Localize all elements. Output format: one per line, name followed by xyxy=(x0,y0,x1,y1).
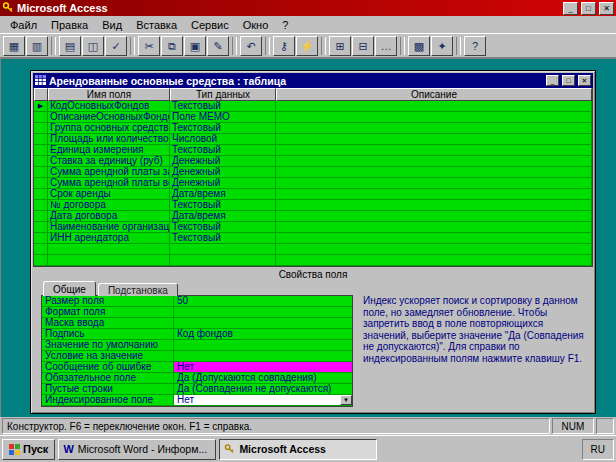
field-description-cell[interactable] xyxy=(276,101,592,112)
new-object-button[interactable]: ✦ xyxy=(431,36,453,56)
field-name-cell[interactable]: Группа основных средств xyxy=(48,123,170,134)
language-indicator[interactable]: RU xyxy=(591,444,605,455)
menu-item[interactable]: Правка xyxy=(44,18,95,32)
field-type-cell[interactable]: Денежный xyxy=(170,178,276,189)
format-painter-button[interactable]: ✎ xyxy=(207,36,229,56)
menu-item[interactable]: Файл xyxy=(3,18,44,32)
property-value[interactable]: Нет▼ xyxy=(174,395,352,406)
view-button[interactable]: ▦ xyxy=(3,36,25,56)
field-type-cell[interactable]: Текстовый xyxy=(170,101,276,112)
row-selector[interactable] xyxy=(34,112,48,123)
field-description-cell[interactable] xyxy=(276,244,592,255)
property-value[interactable] xyxy=(174,307,352,318)
table-design-titlebar[interactable]: Арендованные основные средства : таблица… xyxy=(33,73,593,88)
field-type-cell[interactable]: Числовой xyxy=(170,134,276,145)
property-tab[interactable]: Общие xyxy=(43,281,96,296)
field-type-cell[interactable]: Текстовый xyxy=(170,222,276,233)
field-name-cell[interactable]: ИНН арендатора xyxy=(48,233,170,244)
row-selector[interactable] xyxy=(34,233,48,244)
copy-button[interactable]: ⧉ xyxy=(161,36,183,56)
field-name-cell[interactable]: Срок аренды xyxy=(48,189,170,200)
field-name-cell[interactable]: № договора xyxy=(48,200,170,211)
database-window-button[interactable]: ▩ xyxy=(408,36,430,56)
field-name-cell[interactable] xyxy=(48,255,170,266)
field-description-cell[interactable] xyxy=(276,134,592,145)
field-type-cell[interactable]: Поле MEMO xyxy=(170,112,276,123)
field-name-cell[interactable]: Площадь или количество xyxy=(48,134,170,145)
row-selector[interactable] xyxy=(34,211,48,222)
system-tray[interactable]: RU xyxy=(582,439,614,460)
field-name-cell[interactable]: Наименование организации xyxy=(48,222,170,233)
child-maximize-button[interactable]: □ xyxy=(562,75,575,86)
field-description-cell[interactable] xyxy=(276,200,592,211)
field-description-cell[interactable] xyxy=(276,156,592,167)
dropdown-button[interactable]: ▼ xyxy=(340,395,352,405)
row-selector[interactable] xyxy=(34,167,48,178)
row-selector[interactable] xyxy=(34,134,48,145)
menu-item[interactable]: Вставка xyxy=(129,18,184,32)
app-maximize-button[interactable]: □ xyxy=(581,2,596,15)
field-name-cell[interactable]: Сумма арендной платы за м xyxy=(48,167,170,178)
row-selector[interactable]: ▶ xyxy=(34,101,48,112)
field-description-cell[interactable] xyxy=(276,189,592,200)
child-minimize-button[interactable]: _ xyxy=(546,75,559,86)
start-button[interactable]: Пуск xyxy=(2,439,55,460)
field-type-cell[interactable]: Текстовый xyxy=(170,200,276,211)
field-type-cell[interactable]: Текстовый xyxy=(170,233,276,244)
menu-item[interactable]: Сервис xyxy=(184,18,236,32)
app-close-button[interactable]: ✕ xyxy=(599,2,614,15)
field-type-cell[interactable]: Текстовый xyxy=(170,123,276,134)
row-selector[interactable] xyxy=(34,189,48,200)
field-description-cell[interactable] xyxy=(276,255,592,266)
field-name-cell[interactable]: Единица измерения xyxy=(48,145,170,156)
field-name-cell[interactable] xyxy=(48,244,170,255)
field-description-cell[interactable] xyxy=(276,145,592,156)
property-value[interactable] xyxy=(174,351,352,362)
save-button[interactable]: ▥ xyxy=(26,36,48,56)
app-titlebar[interactable]: Microsoft Access _ □ ✕ xyxy=(0,0,616,16)
property-value[interactable] xyxy=(174,340,352,351)
taskbar-button-word[interactable]: W Microsoft Word - Информ... xyxy=(58,439,216,460)
delete-rows-button[interactable]: ⊟ xyxy=(352,36,374,56)
row-selector[interactable] xyxy=(34,145,48,156)
field-name-cell[interactable]: Сумма арендной платы всег xyxy=(48,178,170,189)
field-type-cell[interactable] xyxy=(170,255,276,266)
property-value[interactable] xyxy=(174,318,352,329)
field-type-cell[interactable]: Дата/время xyxy=(170,189,276,200)
field-type-cell[interactable]: Дата/время xyxy=(170,211,276,222)
field-description-cell[interactable] xyxy=(276,178,592,189)
field-type-cell[interactable]: Текстовый xyxy=(170,145,276,156)
menu-item[interactable]: Окно xyxy=(236,18,276,32)
row-selector[interactable] xyxy=(34,244,48,255)
indexes-button[interactable]: ⚡ xyxy=(296,36,318,56)
row-selector[interactable] xyxy=(34,200,48,211)
row-selector[interactable] xyxy=(34,222,48,233)
field-name-cell[interactable]: Ставка за единицу (руб) xyxy=(48,156,170,167)
field-name-cell[interactable]: КодОсновныхФондов xyxy=(48,101,170,112)
property-value[interactable]: 50 xyxy=(174,296,352,307)
property-value[interactable]: Код фондов xyxy=(174,329,352,340)
field-type-cell[interactable]: Денежный xyxy=(170,156,276,167)
help-button[interactable]: ? xyxy=(464,36,486,56)
property-value[interactable]: Нет xyxy=(174,362,352,373)
menu-item[interactable]: Вид xyxy=(95,18,129,32)
child-close-button[interactable]: ✕ xyxy=(578,75,591,86)
taskbar-button-access[interactable]: Microsoft Access xyxy=(219,439,377,460)
field-description-cell[interactable] xyxy=(276,222,592,233)
row-selector[interactable] xyxy=(34,178,48,189)
print-button[interactable]: ▤ xyxy=(59,36,81,56)
cut-button[interactable]: ✂ xyxy=(138,36,160,56)
app-minimize-button[interactable]: _ xyxy=(563,2,578,15)
property-value[interactable]: Да (Допускаются совпадения) xyxy=(174,373,352,384)
insert-rows-button[interactable]: ⊞ xyxy=(329,36,351,56)
undo-button[interactable]: ↶ xyxy=(240,36,262,56)
field-description-cell[interactable] xyxy=(276,211,592,222)
spelling-button[interactable]: ✓ xyxy=(105,36,127,56)
build-button[interactable]: … xyxy=(375,36,397,56)
field-description-cell[interactable] xyxy=(276,123,592,134)
field-description-cell[interactable] xyxy=(276,233,592,244)
field-description-cell[interactable] xyxy=(276,112,592,123)
menu-item[interactable]: ? xyxy=(275,18,295,32)
row-selector[interactable] xyxy=(34,156,48,167)
field-description-cell[interactable] xyxy=(276,167,592,178)
